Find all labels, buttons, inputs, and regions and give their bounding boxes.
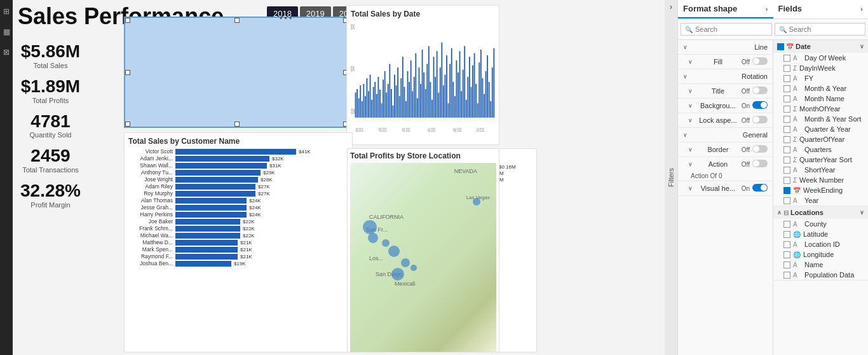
svg-rect-72: [458, 73, 459, 118]
customer-bar-row: Matthew D... $21K: [128, 239, 348, 246]
quarteryear-sort-checkbox[interactable]: [783, 157, 790, 164]
toggle-action[interactable]: Off: [742, 160, 768, 169]
field-location-id[interactable]: A Location ID: [773, 239, 868, 249]
field-quarters[interactable]: A Quarters: [773, 144, 868, 155]
handle-tl[interactable]: [125, 18, 130, 23]
selected-chart-placeholder[interactable]: [124, 17, 349, 128]
text-icon-county: A: [793, 221, 802, 228]
fields-tab[interactable]: Fields ›: [773, 0, 869, 18]
toggle-lock[interactable]: Off: [742, 116, 768, 125]
format-section-line-header[interactable]: ∨ Line: [678, 40, 773, 54]
name-checkbox[interactable]: [783, 261, 790, 268]
fill-toggle[interactable]: [752, 57, 768, 66]
customer-value: $24K: [249, 212, 264, 218]
field-longitude[interactable]: 🌐 Longitude: [773, 249, 868, 260]
format-shape-tab[interactable]: Format shape ›: [678, 0, 773, 18]
field-quarter-year[interactable]: A Quarter & Year: [773, 124, 868, 134]
filters-label[interactable]: Filters: [667, 168, 675, 187]
format-section-general-header[interactable]: ∨ General: [678, 128, 773, 142]
handle-ml[interactable]: [125, 70, 130, 75]
field-day-of-week[interactable]: A Day Of Week: [773, 53, 868, 63]
visualhe-toggle[interactable]: [752, 184, 768, 193]
svg-rect-75: [463, 70, 464, 118]
customer-value: $21K: [240, 247, 255, 253]
data-icon[interactable]: ⊠: [1, 47, 11, 57]
latitude-checkbox[interactable]: [783, 231, 790, 238]
date-checkbox[interactable]: [777, 43, 784, 50]
chart-options-dots[interactable]: • • •: [280, 14, 292, 23]
field-week-number[interactable]: Σ Week Number: [773, 175, 868, 185]
toggle-title[interactable]: Off: [742, 87, 768, 95]
field-month-year-sort[interactable]: A Month & Year Sort: [773, 114, 868, 124]
dayinweek-checkbox[interactable]: [783, 65, 790, 72]
week-number-checkbox[interactable]: [783, 177, 790, 184]
field-quarteryear-sort[interactable]: Σ QuarterYear Sort: [773, 155, 868, 165]
field-population-data[interactable]: A Population Data: [773, 270, 868, 280]
title-toggle[interactable]: [752, 87, 768, 95]
customer-bar: [175, 219, 240, 225]
chart-total-sales-date[interactable]: Total Sales by Date $0K $0K -$0K Jan 201…: [346, 5, 499, 145]
filters-chevron[interactable]: ›: [670, 3, 672, 11]
table-icon[interactable]: ▦: [1, 27, 11, 37]
chart-map[interactable]: Total Profits by Store Location NEVADA L…: [347, 148, 499, 352]
action-toggle[interactable]: [752, 160, 768, 169]
filters-panel[interactable]: › Filters: [665, 0, 677, 355]
longitude-checkbox[interactable]: [783, 251, 790, 258]
field-section-locations-header[interactable]: ∧ ⊟ Locations ∨: [773, 206, 868, 219]
year-checkbox[interactable]: [783, 197, 790, 204]
county-checkbox[interactable]: [783, 221, 790, 228]
field-shortyear[interactable]: A ShortYear: [773, 165, 868, 175]
field-year[interactable]: A Year: [773, 195, 868, 205]
border-toggle[interactable]: [752, 145, 768, 154]
monthofyear-checkbox[interactable]: [783, 106, 790, 113]
field-section-date-header[interactable]: 📅 Date ∨: [773, 40, 868, 53]
quarterofyear-checkbox[interactable]: [783, 136, 790, 143]
bg-toggle[interactable]: [752, 101, 768, 110]
globe-icon-lat: 🌐: [793, 231, 801, 238]
field-weekending[interactable]: 📅 WeekEnding: [773, 185, 868, 195]
chart-customer[interactable]: Total Sales by Customer Name Victor Scot…: [124, 132, 353, 352]
day-of-week-checkbox[interactable]: [783, 55, 790, 62]
field-quarterofyear[interactable]: Σ QuarterOfYear: [773, 134, 868, 144]
format-search-box[interactable]: 🔍: [681, 23, 772, 36]
field-county[interactable]: A County: [773, 219, 868, 229]
handle-bm[interactable]: [234, 122, 240, 127]
field-fy[interactable]: A FY: [773, 73, 868, 83]
handle-tm[interactable]: [234, 18, 240, 23]
fields-search-icon: 🔍: [779, 26, 787, 33]
field-monthofyear[interactable]: Σ MonthOfYear: [773, 104, 868, 114]
format-section-rotation-header[interactable]: ∨ Rotation: [678, 69, 773, 83]
customer-bar: [175, 177, 258, 183]
toggle-border[interactable]: Off: [742, 145, 768, 154]
field-month-name[interactable]: A Month Name: [773, 94, 868, 104]
toggle-bg[interactable]: On: [742, 101, 768, 110]
toggle-fill[interactable]: Off: [742, 57, 768, 66]
fy-checkbox[interactable]: [783, 75, 790, 82]
format-search-input[interactable]: [695, 25, 752, 33]
field-dayinweek[interactable]: Σ DayInWeek: [773, 63, 868, 73]
month-name-checkbox[interactable]: [783, 95, 790, 102]
fields-search-input[interactable]: [789, 25, 846, 33]
weekending-checkbox[interactable]: [783, 187, 790, 194]
text-icon-qy: A: [793, 126, 802, 133]
handle-bl[interactable]: [125, 122, 130, 127]
population-data-checkbox[interactable]: [783, 272, 790, 279]
lock-toggle[interactable]: [752, 116, 768, 125]
home-icon[interactable]: ⊞: [1, 6, 11, 17]
field-quarteryear-sort-label: QuarterYear Sort: [799, 156, 852, 164]
month-year-checkbox[interactable]: [783, 85, 790, 92]
month-year-sort-checkbox[interactable]: [783, 116, 790, 123]
field-name[interactable]: A Name: [773, 260, 868, 270]
svg-rect-16: [367, 78, 368, 118]
field-weekending-label: WeekEnding: [803, 186, 843, 194]
quarter-year-checkbox[interactable]: [783, 126, 790, 133]
toggle-visualhe[interactable]: On: [742, 184, 768, 193]
shortyear-checkbox[interactable]: [783, 167, 790, 174]
field-latitude[interactable]: 🌐 Latitude: [773, 229, 868, 239]
section-bg-chevron: ∨: [688, 102, 693, 109]
location-id-checkbox[interactable]: [783, 241, 790, 248]
customer-name: Anthony Tu...: [128, 169, 173, 176]
fields-search-box[interactable]: 🔍: [775, 23, 866, 36]
field-month-year[interactable]: A Month & Year: [773, 83, 868, 94]
quarters-checkbox[interactable]: [783, 146, 790, 153]
